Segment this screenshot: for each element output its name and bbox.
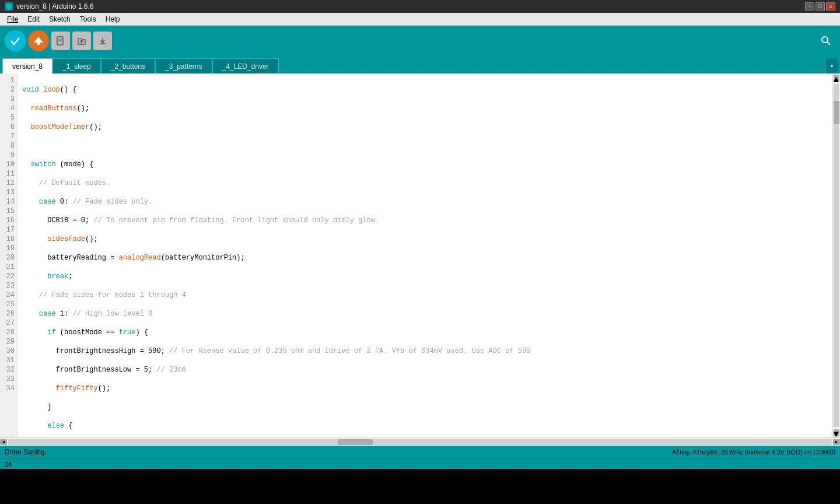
tab-patterns[interactable]: _3_patterns xyxy=(155,58,212,74)
minimize-button[interactable]: − xyxy=(805,2,814,10)
menu-file[interactable]: File xyxy=(2,14,23,24)
tab-version8[interactable]: version_8 xyxy=(2,58,52,74)
open-button[interactable] xyxy=(72,32,91,50)
tabs-bar: version_8 _1_sleep _2_buttons _3_pattern… xyxy=(0,56,840,74)
line-column-indicator: 24 xyxy=(5,461,12,468)
menu-edit[interactable]: Edit xyxy=(23,14,44,24)
save-button[interactable] xyxy=(93,32,112,50)
maximize-button[interactable]: □ xyxy=(816,2,825,10)
svg-rect-2 xyxy=(37,43,40,45)
status-message: Done Saving. xyxy=(5,448,47,456)
svg-line-10 xyxy=(827,42,830,45)
status-bar: Done Saving. ATtiny, ATtiny84, 20 MHz (e… xyxy=(0,446,840,459)
bottom-line: 24 xyxy=(0,459,840,469)
window-title: version_8 | Arduino 1.6.6 xyxy=(16,2,94,10)
new-button[interactable] xyxy=(51,32,70,50)
tab-sleep[interactable]: _1_sleep xyxy=(52,58,101,74)
terminal-area xyxy=(0,469,840,504)
horizontal-scrollbar[interactable]: ◀ ▶ xyxy=(0,438,840,446)
toolbar xyxy=(0,26,840,56)
menu-tools[interactable]: Tools xyxy=(75,14,101,24)
svg-point-9 xyxy=(822,37,828,43)
menu-bar: File Edit Sketch Tools Help xyxy=(0,13,840,26)
tab-buttons[interactable]: _2_buttons xyxy=(101,58,155,74)
tabs-dropdown-button[interactable]: ▾ xyxy=(826,58,838,74)
menu-sketch[interactable]: Sketch xyxy=(44,14,75,24)
svg-point-0 xyxy=(6,4,11,9)
code-editor[interactable]: void loop() { readButtons(); boostModeTi… xyxy=(18,74,832,438)
search-button[interactable] xyxy=(817,32,835,50)
svg-marker-1 xyxy=(34,37,43,43)
vertical-scroll-thumb[interactable] xyxy=(834,101,839,124)
line-numbers: 1 2 3 4 5 6 7 8 9 10 11 12 13 14 15 16 1… xyxy=(0,74,18,438)
menu-help[interactable]: Help xyxy=(101,14,125,24)
tab-led-driver[interactable]: _4_LED_driver xyxy=(212,58,279,74)
title-buttons: − □ ✕ xyxy=(805,2,835,10)
horizontal-scroll-track[interactable] xyxy=(8,439,832,445)
verify-button[interactable] xyxy=(5,30,26,51)
arduino-icon xyxy=(5,2,13,10)
upload-button[interactable] xyxy=(28,30,49,51)
vertical-scroll-track[interactable] xyxy=(834,84,839,427)
board-info: ATtiny, ATtiny84, 20 MHz (external 4.3V … xyxy=(672,449,835,456)
title-bar: version_8 | Arduino 1.6.6 − □ ✕ xyxy=(0,0,840,13)
vertical-scrollbar[interactable]: ▲ ▼ xyxy=(832,74,840,438)
close-button[interactable]: ✕ xyxy=(826,2,835,10)
title-bar-left: version_8 | Arduino 1.6.6 xyxy=(5,2,94,10)
horizontal-scroll-thumb[interactable] xyxy=(338,439,373,445)
